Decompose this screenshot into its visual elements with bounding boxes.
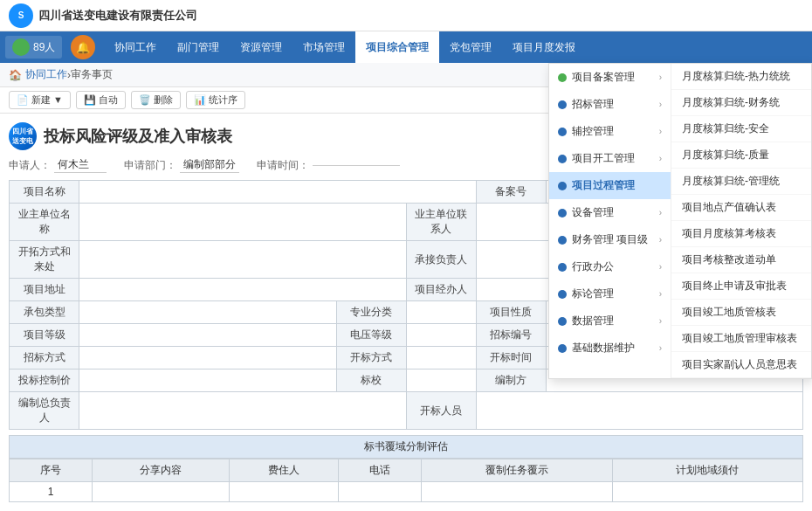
dropdown-item-3[interactable]: 项目开工管理 › xyxy=(549,145,671,172)
dot-icon xyxy=(558,182,567,190)
dot-icon xyxy=(558,344,567,353)
breadcrumb-current: 审务事页 xyxy=(71,67,113,82)
meta-applicant: 申请人： 何木兰 xyxy=(9,157,107,173)
top-header: S 四川省送变电建设有限责任公司 xyxy=(0,0,812,31)
toolbar-new-button[interactable]: 📄 新建 ▼ xyxy=(9,91,71,109)
col-header-4: 覆制任务覆示 xyxy=(422,459,612,482)
dropdown-item-5[interactable]: 设备管理 › xyxy=(549,199,671,226)
toolbar-save-button[interactable]: 💾 自动 xyxy=(76,91,126,109)
form-company-logo: 四川省送变电 xyxy=(9,122,37,150)
dropdown-item-1[interactable]: 招标管理 › xyxy=(549,91,671,118)
dot-icon xyxy=(558,317,567,326)
save-icon: 💾 xyxy=(84,94,96,106)
right-item-2[interactable]: 月度核算归统-安全 xyxy=(671,116,811,142)
breadcrumb-home[interactable]: 协同工作 xyxy=(25,67,67,82)
right-item-1[interactable]: 月度核算归统-财务统 xyxy=(671,90,811,116)
user-avatar xyxy=(12,38,30,56)
col-header-2: 费住人 xyxy=(229,459,339,482)
toolbar-stats-button[interactable]: 📊 统计序 xyxy=(186,91,245,109)
meta-dept: 申请部门： 编制部部分 xyxy=(124,157,239,173)
nav-item-collaborative[interactable]: 协同工作 xyxy=(104,31,167,63)
company-logo: S xyxy=(9,3,33,28)
right-item-9[interactable]: 项目竣工地质管核表 xyxy=(671,300,811,326)
right-item-10[interactable]: 项目竣工地质管理审核表 xyxy=(671,326,811,352)
dropdown-item-9[interactable]: 数据管理 › xyxy=(549,307,671,335)
user-count: 89人 xyxy=(33,40,55,55)
right-item-7[interactable]: 项目考核整改道动单 xyxy=(671,247,811,273)
nav-item-package[interactable]: 党包管理 xyxy=(439,31,502,63)
col-header-0: 序号 xyxy=(10,459,93,482)
right-item-5[interactable]: 项目地点产值确认表 xyxy=(671,195,811,221)
dropdown-item-7[interactable]: 行政办公 › xyxy=(549,253,671,280)
notification-bell[interactable]: 🔔 xyxy=(71,35,95,59)
dot-icon xyxy=(558,263,567,272)
bottom-toolbar: + 增入行 📋 复制行 🗑 删除行 🗑 删除全部 ⬆ 导入数据 xyxy=(9,508,803,511)
dropdown-right-panel: 月度核算归统-热力统统 月度核算归统-财务统 月度核算归统-安全 月度核算归统-… xyxy=(671,64,811,378)
nav-item-resources[interactable]: 资源管理 xyxy=(230,31,292,63)
meta-time: 申请时间： xyxy=(257,158,400,173)
company-name: 四川省送变电建设有限责任公司 xyxy=(38,8,197,24)
dropdown-item-10[interactable]: 基础数据维护 › xyxy=(549,335,671,362)
dot-icon xyxy=(558,155,567,163)
nav-item-market[interactable]: 市场管理 xyxy=(292,31,355,63)
delete-icon: 🗑️ xyxy=(139,94,151,106)
col-header-3: 电话 xyxy=(339,459,422,482)
nav-bar: 89人 🔔 协同工作 副门管理 资源管理 市场管理 项目综合管理 党包管理 项目… xyxy=(0,31,812,63)
dot-icon xyxy=(558,290,567,299)
dropdown-item-8[interactable]: 标论管理 › xyxy=(549,280,671,307)
new-icon: 📄 xyxy=(17,94,29,106)
dropdown-item-0[interactable]: 项目备案管理 › xyxy=(549,64,671,91)
dropdown-menu: 项目备案管理 › 招标管理 › 辅控管理 › 项目开工管理 › 项目过程管理 xyxy=(548,63,812,379)
page-title: 投标风险评级及准入审核表 xyxy=(44,126,232,147)
dot-icon xyxy=(558,236,567,245)
dropdown-left-panel: 项目备案管理 › 招标管理 › 辅控管理 › 项目开工管理 › 项目过程管理 xyxy=(549,64,671,378)
dot-icon xyxy=(558,73,567,82)
stats-icon: 📊 xyxy=(194,94,206,106)
right-item-4[interactable]: 月度核算归统-管理统 xyxy=(671,169,811,195)
dot-icon xyxy=(558,209,567,218)
nav-item-admin[interactable]: 副门管理 xyxy=(167,31,230,63)
col-header-5: 计划地域须付 xyxy=(612,459,802,482)
section-header: 标书覆域分制评估 xyxy=(9,435,803,459)
right-item-3[interactable]: 月度核算归统-质量 xyxy=(671,142,811,169)
detail-row: 1 xyxy=(10,482,803,502)
right-item-0[interactable]: 月度核算归统-热力统统 xyxy=(671,64,811,90)
right-item-6[interactable]: 项目月度核算考核表 xyxy=(671,221,811,247)
dot-icon xyxy=(558,128,567,136)
dot-icon xyxy=(558,100,567,109)
nav-item-project[interactable]: 项目综合管理 xyxy=(355,31,439,63)
table-row: 编制总负责人 开标人员 xyxy=(10,392,803,430)
dropdown-item-4[interactable]: 项目过程管理 xyxy=(549,172,671,199)
col-header-1: 分享内容 xyxy=(93,459,230,482)
detail-table: 序号 分享内容 费住人 电话 覆制任务覆示 计划地域须付 1 xyxy=(9,459,803,502)
nav-user: 89人 xyxy=(5,36,62,59)
right-item-11[interactable]: 项目实家副认人员意思表 xyxy=(671,352,811,378)
dropdown-item-6[interactable]: 财务管理 项目级 › xyxy=(549,226,671,253)
right-item-8[interactable]: 项目终止申请及审批表 xyxy=(671,273,811,300)
nav-item-monthly[interactable]: 项目月度发报 xyxy=(502,31,586,63)
toolbar-delete-button[interactable]: 🗑️ 删除 xyxy=(131,91,181,109)
dropdown-item-2[interactable]: 辅控管理 › xyxy=(549,118,671,145)
